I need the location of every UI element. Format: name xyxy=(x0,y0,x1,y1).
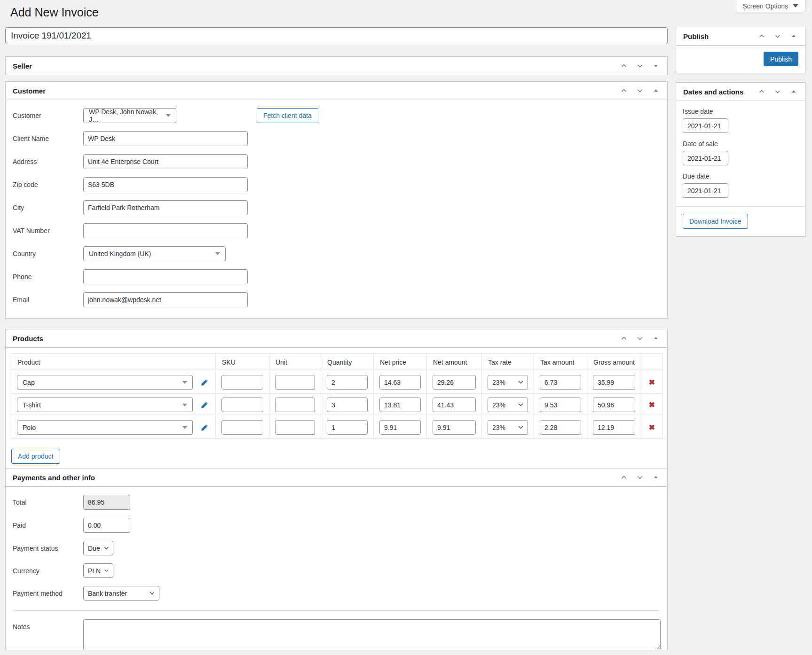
payment-method-select[interactable]: Bank transfer xyxy=(83,586,159,600)
toggle-panel-icon[interactable] xyxy=(651,86,661,95)
product-select[interactable]: Polo xyxy=(17,420,193,435)
download-invoice-button[interactable]: Download Invoice xyxy=(683,214,748,229)
dropdown-triangle-icon xyxy=(182,426,187,429)
payment-status-label: Payment status xyxy=(13,545,83,552)
dates-actions-panel: Dates and actions Issue date Date of sal… xyxy=(676,82,805,237)
net-amount-input[interactable] xyxy=(433,375,476,390)
move-down-icon[interactable] xyxy=(635,86,645,95)
col-header-net-price: Net price xyxy=(374,354,427,371)
col-header-product: Product xyxy=(11,354,216,371)
customer-panel: Customer Customer WP Desk, John Nowak, J… xyxy=(5,81,668,319)
tax-rate-select[interactable]: 23% xyxy=(488,398,528,412)
date-of-sale-label: Date of sale xyxy=(683,140,798,148)
net-price-input[interactable] xyxy=(379,375,421,390)
tax-amount-input[interactable] xyxy=(540,420,581,435)
client-name-input[interactable] xyxy=(83,131,248,146)
customer-panel-header[interactable]: Customer xyxy=(6,82,667,100)
notes-textarea[interactable] xyxy=(83,619,661,650)
paid-input[interactable] xyxy=(83,518,130,533)
gross-amount-input[interactable] xyxy=(593,420,635,435)
toggle-panel-icon[interactable] xyxy=(789,87,798,96)
quantity-input[interactable] xyxy=(327,375,368,390)
invoice-title-input[interactable] xyxy=(5,27,668,44)
tax-rate-select[interactable]: 23% xyxy=(488,420,528,435)
delete-row-icon[interactable]: ✖ xyxy=(649,424,655,431)
products-panel-header[interactable]: Products xyxy=(6,329,667,348)
net-price-input[interactable] xyxy=(379,420,421,435)
publish-panel-header[interactable]: Publish xyxy=(676,27,805,46)
gross-amount-input[interactable] xyxy=(593,398,635,412)
due-date-input[interactable] xyxy=(683,183,728,198)
address-input[interactable] xyxy=(83,154,248,169)
delete-row-icon[interactable]: ✖ xyxy=(649,379,655,386)
email-input[interactable] xyxy=(83,292,248,307)
address-label: Address xyxy=(13,158,83,165)
net-price-input[interactable] xyxy=(379,398,421,412)
payment-status-select[interactable]: Due xyxy=(83,541,113,555)
edit-pencil-icon[interactable] xyxy=(199,400,210,410)
seller-panel-header[interactable]: Seller xyxy=(6,57,667,75)
sku-input[interactable] xyxy=(221,398,263,412)
customer-select[interactable]: WP Desk, John Nowak, J… xyxy=(83,108,176,123)
tax-amount-input[interactable] xyxy=(540,375,581,390)
delete-row-icon[interactable]: ✖ xyxy=(649,401,655,409)
products-table: Product SKU Unit Quantity Net price Net … xyxy=(11,353,663,439)
chevron-down-icon xyxy=(518,403,523,406)
vat-number-input[interactable] xyxy=(83,223,248,238)
move-down-icon[interactable] xyxy=(773,87,782,96)
move-down-icon[interactable] xyxy=(635,61,645,70)
move-down-icon[interactable] xyxy=(773,31,782,41)
payments-panel-header[interactable]: Payments and other info xyxy=(6,468,667,487)
total-input xyxy=(83,495,130,510)
quantity-input[interactable] xyxy=(327,420,368,435)
issue-date-input[interactable] xyxy=(683,118,728,133)
move-up-icon[interactable] xyxy=(619,86,629,95)
net-amount-input[interactable] xyxy=(433,420,476,435)
payment-method-label: Payment method xyxy=(13,590,83,597)
edit-pencil-icon[interactable] xyxy=(199,377,210,388)
move-down-icon[interactable] xyxy=(635,473,645,482)
move-up-icon[interactable] xyxy=(619,473,629,482)
country-label: Country xyxy=(13,250,83,257)
payments-panel: Payments and other info Total Paid Payme… xyxy=(5,468,668,650)
zip-code-input[interactable] xyxy=(83,177,248,192)
currency-select[interactable]: PLN xyxy=(83,563,113,578)
move-up-icon[interactable] xyxy=(619,334,629,343)
net-amount-input[interactable] xyxy=(433,398,476,412)
move-down-icon[interactable] xyxy=(635,334,645,343)
dates-actions-panel-header[interactable]: Dates and actions xyxy=(676,83,805,101)
move-up-icon[interactable] xyxy=(757,31,766,41)
tax-rate-select[interactable]: 23% xyxy=(488,375,528,390)
toggle-panel-icon[interactable] xyxy=(651,473,661,482)
toggle-panel-icon[interactable] xyxy=(789,31,798,41)
tax-amount-input[interactable] xyxy=(540,398,581,412)
issue-date-label: Issue date xyxy=(683,108,798,115)
add-product-button[interactable]: Add product xyxy=(11,449,60,464)
products-panel-title: Products xyxy=(13,335,43,343)
phone-input[interactable] xyxy=(83,269,248,284)
chevron-down-icon xyxy=(793,4,798,8)
country-select[interactable]: United Kingdom (UK) xyxy=(83,246,226,261)
sku-input[interactable] xyxy=(221,420,263,435)
city-input[interactable] xyxy=(83,200,248,215)
chevron-down-icon xyxy=(104,569,109,572)
publish-button[interactable]: Publish xyxy=(764,52,798,66)
screen-options-button[interactable]: Screen Options xyxy=(736,0,806,12)
sku-input[interactable] xyxy=(221,375,263,390)
product-select[interactable]: Cap xyxy=(17,375,193,390)
move-up-icon[interactable] xyxy=(757,87,766,96)
country-select-value: United Kingdom (UK) xyxy=(89,250,151,257)
unit-input[interactable] xyxy=(275,398,315,412)
unit-input[interactable] xyxy=(275,375,315,390)
product-select[interactable]: T-shirt xyxy=(17,398,193,412)
date-of-sale-input[interactable] xyxy=(683,151,728,165)
toggle-panel-icon[interactable] xyxy=(651,334,661,343)
gross-amount-input[interactable] xyxy=(593,375,635,390)
quantity-input[interactable] xyxy=(327,398,368,412)
unit-input[interactable] xyxy=(275,420,315,435)
fetch-client-data-button[interactable]: Fetch client data xyxy=(257,108,318,123)
move-up-icon[interactable] xyxy=(619,61,629,70)
products-table-header-row: Product SKU Unit Quantity Net price Net … xyxy=(11,354,663,371)
toggle-panel-icon[interactable] xyxy=(651,61,661,70)
edit-pencil-icon[interactable] xyxy=(199,422,210,433)
